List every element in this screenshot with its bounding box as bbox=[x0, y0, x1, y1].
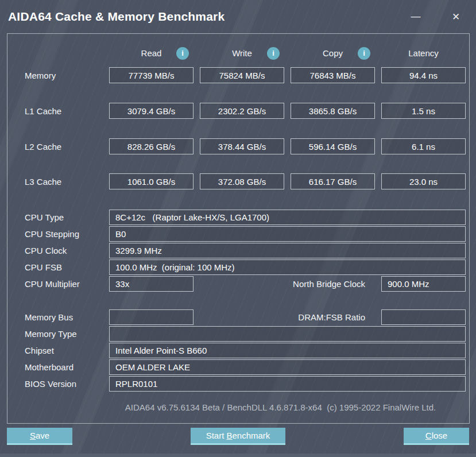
bios-version-row: BIOS Version RPLR0101 bbox=[18, 376, 458, 392]
value-text: 828.26 GB/s bbox=[127, 142, 175, 152]
row-label: BIOS Version bbox=[18, 379, 103, 389]
row-label: Memory bbox=[18, 71, 103, 80]
value-text: 3299.9 MHz bbox=[115, 246, 162, 255]
copy-info-icon[interactable]: i bbox=[358, 47, 370, 60]
write-header-label: Write bbox=[232, 48, 252, 58]
button-accesskey: S bbox=[30, 431, 36, 440]
l2-write-value: 378.44 GB/s bbox=[200, 138, 284, 154]
chipset-value: Intel Alder Point-S B660 bbox=[109, 343, 466, 358]
window-title: AIDA64 Cache & Memory Benchmark bbox=[8, 10, 403, 24]
benchmark-panel: Read i Write i Copy i Latency Memory 777… bbox=[7, 33, 470, 424]
cpu-fsb-value: 100.0 MHz (original: 100 MHz) bbox=[109, 260, 466, 275]
memory-latency-value: 94.4 ns bbox=[381, 67, 466, 83]
row-label: Memory Type bbox=[18, 329, 103, 339]
button-text: enchmark bbox=[233, 431, 270, 440]
value-text: 33x bbox=[115, 279, 129, 289]
row-label: Chipset bbox=[18, 346, 103, 355]
button-text: lose bbox=[432, 431, 448, 440]
row-label: L3 Cache bbox=[18, 177, 103, 187]
memory-bus-row: Memory Bus DRAM:FSB Ratio bbox=[18, 309, 458, 325]
l2-read-value: 828.26 GB/s bbox=[109, 138, 194, 154]
save-button[interactable]: Save bbox=[7, 428, 72, 445]
l1-copy-value: 3865.8 GB/s bbox=[291, 103, 375, 119]
value-text: 1061.0 GB/s bbox=[127, 177, 175, 187]
row-label: CPU FSB bbox=[18, 262, 103, 272]
start-benchmark-button[interactable]: Start Benchmark bbox=[191, 428, 285, 445]
value-text: 3079.4 GB/s bbox=[127, 106, 175, 116]
minimize-button[interactable]: — bbox=[403, 7, 429, 26]
l3-copy-value: 616.17 GB/s bbox=[291, 173, 375, 189]
read-info-icon[interactable]: i bbox=[176, 47, 189, 60]
value-text: 94.4 ns bbox=[409, 71, 438, 80]
value-text: 100.0 MHz (original: 100 MHz) bbox=[115, 262, 235, 272]
button-text: Start bbox=[206, 431, 227, 440]
motherboard-value: OEM ALDER LAKE bbox=[109, 359, 466, 375]
window-controls: — ✕ bbox=[403, 7, 469, 26]
value-text: 75824 MB/s bbox=[219, 71, 265, 80]
cpu-clock-row: CPU Clock 3299.9 MHz bbox=[18, 243, 458, 258]
write-info-icon[interactable]: i bbox=[267, 47, 280, 60]
read-header-label: Read bbox=[141, 48, 162, 58]
cpu-stepping-row: CPU Stepping B0 bbox=[18, 226, 458, 242]
value-text: Intel Alder Point-S B660 bbox=[115, 346, 207, 355]
row-label: Memory Bus bbox=[18, 312, 103, 322]
version-copyright-text: AIDA64 v6.75.6134 Beta / BenchDLL 4.6.87… bbox=[103, 402, 458, 413]
title-bar: AIDA64 Cache & Memory Benchmark — ✕ bbox=[0, 0, 476, 33]
motherboard-row: Motherboard OEM ALDER LAKE bbox=[18, 359, 458, 375]
l2-copy-value: 596.14 GB/s bbox=[291, 138, 375, 154]
memory-type-row: Memory Type bbox=[18, 326, 458, 342]
dram-fsb-ratio-value bbox=[381, 309, 466, 325]
row-label: CPU Clock bbox=[18, 246, 103, 255]
value-text: 3865.8 GB/s bbox=[309, 106, 357, 116]
value-text: 900.0 MHz bbox=[388, 279, 429, 289]
column-header-read: Read i bbox=[109, 47, 194, 60]
button-text: ave bbox=[36, 431, 49, 440]
row-label: L2 Cache bbox=[18, 142, 103, 152]
memory-read-value: 77739 MB/s bbox=[109, 67, 194, 83]
cpu-clock-value: 3299.9 MHz bbox=[109, 243, 466, 258]
close-button[interactable]: Close bbox=[404, 428, 469, 445]
row-label: CPU Type bbox=[18, 212, 103, 222]
action-buttons-row: Save Start Benchmark Close bbox=[0, 428, 476, 445]
l1-write-value: 2302.2 GB/s bbox=[200, 103, 284, 119]
north-bridge-clock-value: 900.0 MHz bbox=[381, 276, 466, 292]
cpu-multiplier-row: CPU Multiplier 33x North Bridge Clock 90… bbox=[18, 276, 458, 292]
bios-version-value: RPLR0101 bbox=[109, 376, 466, 392]
memory-type-value bbox=[109, 326, 466, 342]
l1-read-value: 3079.4 GB/s bbox=[109, 103, 194, 119]
value-text: 76843 MB/s bbox=[309, 71, 355, 80]
window-bottom-edge bbox=[0, 454, 476, 457]
value-text: 77739 MB/s bbox=[128, 71, 174, 80]
dram-fsb-ratio-label: DRAM:FSB Ratio bbox=[200, 312, 375, 322]
cpu-fsb-row: CPU FSB 100.0 MHz (original: 100 MHz) bbox=[18, 260, 458, 275]
memory-write-value: 75824 MB/s bbox=[200, 67, 284, 83]
system-info-section: Memory Bus DRAM:FSB Ratio Memory Type Ch… bbox=[18, 309, 458, 392]
l3-write-value: 372.08 GB/s bbox=[200, 173, 284, 189]
value-text: 1.5 ns bbox=[412, 106, 435, 116]
column-header-copy: Copy i bbox=[291, 47, 375, 60]
memory-copy-value: 76843 MB/s bbox=[291, 67, 375, 83]
benchmark-row-l3-cache: L3 Cache 1061.0 GB/s 372.08 GB/s 616.17 … bbox=[18, 173, 458, 189]
benchmark-row-l1-cache: L1 Cache 3079.4 GB/s 2302.2 GB/s 3865.8 … bbox=[18, 103, 458, 119]
cpu-info-section: CPU Type 8C+12c (Raptor Lake-HX/S, LGA17… bbox=[18, 210, 458, 292]
l3-latency-value: 23.0 ns bbox=[381, 173, 466, 189]
column-header-write: Write i bbox=[200, 47, 284, 60]
memory-bus-value bbox=[109, 309, 194, 325]
close-icon: ✕ bbox=[452, 11, 460, 23]
latency-header-label: Latency bbox=[408, 48, 439, 58]
cpu-stepping-value: B0 bbox=[109, 226, 466, 242]
value-text: 372.08 GB/s bbox=[218, 177, 266, 187]
l1-latency-value: 1.5 ns bbox=[381, 103, 466, 119]
north-bridge-clock-label: North Bridge Clock bbox=[200, 279, 375, 289]
minimize-icon: — bbox=[411, 11, 421, 22]
close-window-button[interactable]: ✕ bbox=[443, 7, 469, 26]
column-header-latency: Latency bbox=[381, 47, 466, 60]
value-text: 8C+12c (Raptor Lake-HX/S, LGA1700) bbox=[115, 212, 269, 222]
l2-latency-value: 6.1 ns bbox=[381, 138, 466, 154]
value-text: 23.0 ns bbox=[409, 177, 438, 187]
button-accesskey: B bbox=[226, 431, 232, 440]
value-text: 378.44 GB/s bbox=[218, 142, 266, 152]
cpu-type-row: CPU Type 8C+12c (Raptor Lake-HX/S, LGA17… bbox=[18, 210, 458, 225]
value-text: 596.14 GB/s bbox=[309, 142, 357, 152]
value-text: RPLR0101 bbox=[115, 379, 157, 389]
